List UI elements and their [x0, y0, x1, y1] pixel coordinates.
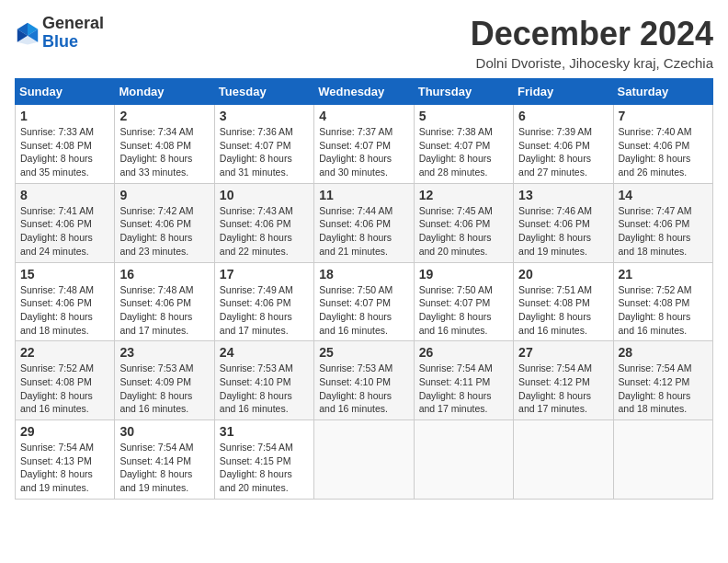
header-day-tuesday: Tuesday	[214, 79, 313, 105]
day-number: 16	[119, 267, 209, 282]
calendar-cell: 2Sunrise: 7:34 AM Sunset: 4:08 PM Daylig…	[115, 105, 214, 184]
day-info: Sunrise: 7:45 AM Sunset: 4:06 PM Dayligh…	[419, 204, 508, 259]
calendar-header: SundayMondayTuesdayWednesdayThursdayFrid…	[16, 79, 713, 105]
calendar-cell: 24Sunrise: 7:53 AM Sunset: 4:10 PM Dayli…	[214, 341, 313, 420]
day-number: 5	[419, 109, 508, 123]
calendar-cell: 14Sunrise: 7:47 AM Sunset: 4:06 PM Dayli…	[613, 183, 712, 262]
day-info: Sunrise: 7:50 AM Sunset: 4:07 PM Dayligh…	[319, 283, 408, 338]
day-number: 13	[518, 188, 608, 202]
calendar-cell: 4Sunrise: 7:37 AM Sunset: 4:07 PM Daylig…	[314, 105, 414, 184]
calendar-cell: 22Sunrise: 7:52 AM Sunset: 4:08 PM Dayli…	[16, 341, 115, 420]
calendar-cell: 19Sunrise: 7:50 AM Sunset: 4:07 PM Dayli…	[414, 262, 513, 341]
day-info: Sunrise: 7:52 AM Sunset: 4:08 PM Dayligh…	[20, 362, 109, 416]
day-info: Sunrise: 7:48 AM Sunset: 4:06 PM Dayligh…	[20, 283, 109, 338]
week-row-5: 29Sunrise: 7:54 AM Sunset: 4:13 PM Dayli…	[16, 420, 713, 500]
day-info: Sunrise: 7:54 AM Sunset: 4:12 PM Dayligh…	[619, 362, 708, 416]
calendar-cell	[613, 420, 712, 500]
week-row-1: 1Sunrise: 7:33 AM Sunset: 4:08 PM Daylig…	[16, 105, 713, 184]
day-number: 18	[319, 267, 408, 282]
day-info: Sunrise: 7:33 AM Sunset: 4:08 PM Dayligh…	[20, 125, 109, 179]
calendar-cell: 25Sunrise: 7:53 AM Sunset: 4:10 PM Dayli…	[314, 341, 414, 420]
day-number: 8	[20, 188, 109, 202]
calendar-cell: 18Sunrise: 7:50 AM Sunset: 4:07 PM Dayli…	[314, 262, 414, 341]
calendar-cell: 20Sunrise: 7:51 AM Sunset: 4:08 PM Dayli…	[514, 262, 613, 341]
day-number: 7	[619, 109, 708, 123]
day-info: Sunrise: 7:44 AM Sunset: 4:06 PM Dayligh…	[319, 204, 408, 259]
header-day-friday: Friday	[514, 79, 613, 105]
day-number: 26	[419, 345, 508, 360]
day-info: Sunrise: 7:41 AM Sunset: 4:06 PM Dayligh…	[20, 204, 109, 259]
calendar-cell: 21Sunrise: 7:52 AM Sunset: 4:08 PM Dayli…	[613, 262, 712, 341]
day-number: 10	[220, 188, 309, 202]
day-info: Sunrise: 7:43 AM Sunset: 4:06 PM Dayligh…	[220, 204, 309, 259]
page-header: General Blue December 2024 Dolni Dvorist…	[15, 15, 713, 71]
calendar-cell: 31Sunrise: 7:54 AM Sunset: 4:15 PM Dayli…	[214, 420, 313, 500]
week-row-3: 15Sunrise: 7:48 AM Sunset: 4:06 PM Dayli…	[16, 262, 713, 341]
day-number: 9	[119, 188, 209, 202]
header-day-saturday: Saturday	[613, 79, 712, 105]
day-number: 1	[20, 109, 109, 123]
day-info: Sunrise: 7:53 AM Sunset: 4:09 PM Dayligh…	[119, 362, 209, 416]
calendar-cell: 6Sunrise: 7:39 AM Sunset: 4:06 PM Daylig…	[514, 105, 613, 184]
logo-general-text: General	[42, 15, 104, 33]
header-day-sunday: Sunday	[16, 79, 115, 105]
calendar-cell: 23Sunrise: 7:53 AM Sunset: 4:09 PM Dayli…	[115, 341, 214, 420]
calendar-cell: 11Sunrise: 7:44 AM Sunset: 4:06 PM Dayli…	[314, 183, 414, 262]
day-number: 14	[619, 188, 708, 202]
calendar-cell	[314, 420, 414, 500]
day-number: 19	[419, 267, 508, 282]
day-number: 21	[619, 267, 708, 282]
calendar-cell	[514, 420, 613, 500]
calendar-cell: 16Sunrise: 7:48 AM Sunset: 4:06 PM Dayli…	[115, 262, 214, 341]
month-title: December 2024	[471, 15, 713, 53]
day-number: 25	[319, 345, 408, 360]
calendar-cell: 12Sunrise: 7:45 AM Sunset: 4:06 PM Dayli…	[414, 183, 513, 262]
day-info: Sunrise: 7:34 AM Sunset: 4:08 PM Dayligh…	[119, 125, 209, 179]
calendar-cell: 5Sunrise: 7:38 AM Sunset: 4:07 PM Daylig…	[414, 105, 513, 184]
calendar-table: SundayMondayTuesdayWednesdayThursdayFrid…	[15, 78, 713, 500]
logo-blue-text: Blue	[42, 33, 104, 52]
header-day-monday: Monday	[115, 79, 214, 105]
week-row-4: 22Sunrise: 7:52 AM Sunset: 4:08 PM Dayli…	[16, 341, 713, 420]
calendar-cell: 17Sunrise: 7:49 AM Sunset: 4:06 PM Dayli…	[214, 262, 313, 341]
day-number: 6	[518, 109, 608, 123]
day-number: 2	[119, 109, 209, 123]
day-number: 17	[220, 267, 309, 282]
day-number: 23	[119, 345, 209, 360]
header-row: SundayMondayTuesdayWednesdayThursdayFrid…	[16, 79, 713, 105]
day-number: 31	[220, 424, 309, 439]
day-info: Sunrise: 7:36 AM Sunset: 4:07 PM Dayligh…	[220, 125, 309, 179]
day-info: Sunrise: 7:54 AM Sunset: 4:13 PM Dayligh…	[20, 441, 109, 495]
day-info: Sunrise: 7:54 AM Sunset: 4:14 PM Dayligh…	[119, 441, 209, 495]
day-info: Sunrise: 7:52 AM Sunset: 4:08 PM Dayligh…	[619, 283, 708, 338]
day-info: Sunrise: 7:50 AM Sunset: 4:07 PM Dayligh…	[419, 283, 508, 338]
day-info: Sunrise: 7:42 AM Sunset: 4:06 PM Dayligh…	[119, 204, 209, 259]
day-info: Sunrise: 7:54 AM Sunset: 4:15 PM Dayligh…	[220, 441, 309, 495]
day-info: Sunrise: 7:54 AM Sunset: 4:12 PM Dayligh…	[518, 362, 608, 416]
calendar-cell: 28Sunrise: 7:54 AM Sunset: 4:12 PM Dayli…	[613, 341, 712, 420]
day-info: Sunrise: 7:54 AM Sunset: 4:11 PM Dayligh…	[419, 362, 508, 416]
calendar-cell: 26Sunrise: 7:54 AM Sunset: 4:11 PM Dayli…	[414, 341, 513, 420]
calendar-cell: 15Sunrise: 7:48 AM Sunset: 4:06 PM Dayli…	[16, 262, 115, 341]
calendar-cell: 3Sunrise: 7:36 AM Sunset: 4:07 PM Daylig…	[214, 105, 313, 184]
day-number: 20	[518, 267, 608, 282]
day-number: 28	[619, 345, 708, 360]
day-number: 11	[319, 188, 408, 202]
day-number: 4	[319, 109, 408, 123]
week-row-2: 8Sunrise: 7:41 AM Sunset: 4:06 PM Daylig…	[16, 183, 713, 262]
calendar-cell: 30Sunrise: 7:54 AM Sunset: 4:14 PM Dayli…	[115, 420, 214, 500]
day-info: Sunrise: 7:38 AM Sunset: 4:07 PM Dayligh…	[419, 125, 508, 179]
day-info: Sunrise: 7:51 AM Sunset: 4:08 PM Dayligh…	[518, 283, 608, 338]
header-day-thursday: Thursday	[414, 79, 513, 105]
day-number: 3	[220, 109, 309, 123]
calendar-body: 1Sunrise: 7:33 AM Sunset: 4:08 PM Daylig…	[16, 105, 713, 500]
day-info: Sunrise: 7:37 AM Sunset: 4:07 PM Dayligh…	[319, 125, 408, 179]
calendar-cell	[414, 420, 513, 500]
day-number: 24	[220, 345, 309, 360]
day-info: Sunrise: 7:39 AM Sunset: 4:06 PM Dayligh…	[518, 125, 608, 179]
logo-icon	[15, 20, 40, 46]
day-number: 30	[119, 424, 209, 439]
location-text: Dolni Dvoriste, Jihocesky kraj, Czechia	[471, 55, 713, 71]
calendar-cell: 1Sunrise: 7:33 AM Sunset: 4:08 PM Daylig…	[16, 105, 115, 184]
day-number: 12	[419, 188, 508, 202]
